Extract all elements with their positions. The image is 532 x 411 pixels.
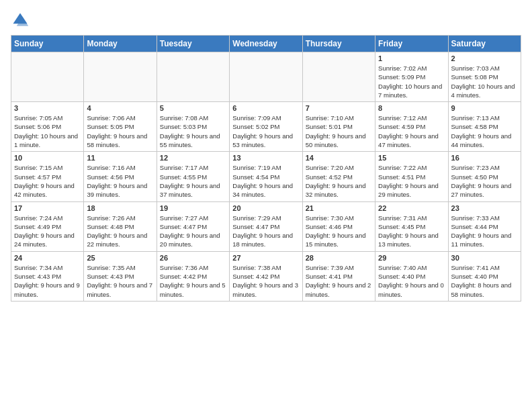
calendar-cell: 11Sunrise: 7:16 AM Sunset: 4:56 PM Dayli…	[84, 152, 157, 201]
calendar-cell: 9Sunrise: 7:13 AM Sunset: 4:58 PM Daylig…	[448, 102, 521, 152]
day-info: Sunrise: 7:27 AM Sunset: 4:47 PM Dayligh…	[160, 214, 226, 249]
day-number: 10	[14, 154, 81, 162]
calendar-cell: 16Sunrise: 7:23 AM Sunset: 4:50 PM Dayli…	[448, 152, 521, 201]
day-number: 6	[232, 104, 299, 112]
day-number: 5	[160, 104, 226, 112]
calendar-cell: 15Sunrise: 7:22 AM Sunset: 4:51 PM Dayli…	[375, 152, 448, 201]
day-info: Sunrise: 7:23 AM Sunset: 4:50 PM Dayligh…	[451, 163, 518, 199]
weekday-header: Saturday	[448, 36, 521, 52]
day-number: 24	[14, 254, 81, 262]
calendar-cell: 22Sunrise: 7:31 AM Sunset: 4:45 PM Dayli…	[375, 201, 448, 251]
day-info: Sunrise: 7:24 AM Sunset: 4:49 PM Dayligh…	[14, 214, 81, 249]
day-number: 27	[232, 254, 299, 262]
day-number: 15	[378, 154, 445, 162]
day-info: Sunrise: 7:31 AM Sunset: 4:45 PM Dayligh…	[378, 214, 445, 249]
day-info: Sunrise: 7:13 AM Sunset: 4:58 PM Dayligh…	[451, 113, 518, 149]
calendar-week-row: 24Sunrise: 7:34 AM Sunset: 4:43 PM Dayli…	[11, 251, 521, 301]
calendar-cell: 6Sunrise: 7:09 AM Sunset: 5:02 PM Daylig…	[230, 102, 302, 152]
weekday-header: Wednesday	[230, 36, 302, 52]
calendar-cell: 12Sunrise: 7:17 AM Sunset: 4:55 PM Dayli…	[157, 152, 229, 201]
day-info: Sunrise: 7:12 AM Sunset: 4:59 PM Dayligh…	[378, 113, 445, 149]
day-info: Sunrise: 7:30 AM Sunset: 4:46 PM Dayligh…	[306, 214, 372, 249]
day-number: 14	[306, 154, 372, 162]
calendar-cell: 27Sunrise: 7:38 AM Sunset: 4:42 PM Dayli…	[230, 251, 302, 301]
day-number: 12	[160, 154, 226, 162]
calendar-cell: 19Sunrise: 7:27 AM Sunset: 4:47 PM Dayli…	[157, 201, 229, 251]
day-info: Sunrise: 7:02 AM Sunset: 5:09 PM Dayligh…	[378, 64, 445, 99]
day-info: Sunrise: 7:06 AM Sunset: 5:05 PM Dayligh…	[87, 113, 153, 149]
calendar-cell	[11, 52, 84, 102]
day-number: 16	[451, 154, 518, 162]
day-number: 17	[14, 204, 81, 212]
day-info: Sunrise: 7:05 AM Sunset: 5:06 PM Dayligh…	[14, 113, 81, 149]
header	[11, 11, 521, 30]
day-number: 2	[451, 54, 518, 62]
calendar-week-row: 17Sunrise: 7:24 AM Sunset: 4:49 PM Dayli…	[11, 201, 521, 251]
calendar-cell: 18Sunrise: 7:26 AM Sunset: 4:48 PM Dayli…	[84, 201, 157, 251]
logo-icon	[11, 11, 30, 30]
day-number: 23	[451, 204, 518, 212]
calendar-cell	[230, 52, 302, 102]
day-info: Sunrise: 7:29 AM Sunset: 4:47 PM Dayligh…	[232, 214, 299, 249]
day-info: Sunrise: 7:16 AM Sunset: 4:56 PM Dayligh…	[87, 163, 153, 199]
logo	[11, 11, 32, 30]
day-number: 4	[87, 104, 153, 112]
calendar-cell: 2Sunrise: 7:03 AM Sunset: 5:08 PM Daylig…	[448, 52, 521, 102]
day-info: Sunrise: 7:41 AM Sunset: 4:40 PM Dayligh…	[451, 263, 518, 299]
day-info: Sunrise: 7:15 AM Sunset: 4:57 PM Dayligh…	[14, 163, 81, 199]
calendar-cell: 14Sunrise: 7:20 AM Sunset: 4:52 PM Dayli…	[302, 152, 375, 201]
calendar-cell: 8Sunrise: 7:12 AM Sunset: 4:59 PM Daylig…	[375, 102, 448, 152]
calendar-week-row: 3Sunrise: 7:05 AM Sunset: 5:06 PM Daylig…	[11, 102, 521, 152]
day-info: Sunrise: 7:39 AM Sunset: 4:41 PM Dayligh…	[306, 263, 372, 299]
calendar-cell: 3Sunrise: 7:05 AM Sunset: 5:06 PM Daylig…	[11, 102, 84, 152]
calendar-cell: 7Sunrise: 7:10 AM Sunset: 5:01 PM Daylig…	[302, 102, 375, 152]
day-info: Sunrise: 7:08 AM Sunset: 5:03 PM Dayligh…	[160, 113, 226, 149]
day-info: Sunrise: 7:36 AM Sunset: 4:42 PM Dayligh…	[160, 263, 226, 299]
day-info: Sunrise: 7:09 AM Sunset: 5:02 PM Dayligh…	[232, 113, 299, 149]
calendar-cell: 26Sunrise: 7:36 AM Sunset: 4:42 PM Dayli…	[157, 251, 229, 301]
day-info: Sunrise: 7:34 AM Sunset: 4:43 PM Dayligh…	[14, 263, 81, 299]
day-number: 11	[87, 154, 153, 162]
calendar-cell: 20Sunrise: 7:29 AM Sunset: 4:47 PM Dayli…	[230, 201, 302, 251]
weekday-header: Monday	[84, 36, 157, 52]
day-info: Sunrise: 7:03 AM Sunset: 5:08 PM Dayligh…	[451, 64, 518, 99]
day-info: Sunrise: 7:20 AM Sunset: 4:52 PM Dayligh…	[306, 163, 372, 199]
calendar-cell: 17Sunrise: 7:24 AM Sunset: 4:49 PM Dayli…	[11, 201, 84, 251]
calendar-cell: 25Sunrise: 7:35 AM Sunset: 4:43 PM Dayli…	[84, 251, 157, 301]
day-info: Sunrise: 7:26 AM Sunset: 4:48 PM Dayligh…	[87, 214, 153, 249]
day-number: 19	[160, 204, 226, 212]
day-info: Sunrise: 7:19 AM Sunset: 4:54 PM Dayligh…	[232, 163, 299, 199]
calendar-cell: 23Sunrise: 7:33 AM Sunset: 4:44 PM Dayli…	[448, 201, 521, 251]
day-info: Sunrise: 7:22 AM Sunset: 4:51 PM Dayligh…	[378, 163, 445, 199]
day-info: Sunrise: 7:10 AM Sunset: 5:01 PM Dayligh…	[306, 113, 372, 149]
day-number: 22	[378, 204, 445, 212]
calendar-cell: 5Sunrise: 7:08 AM Sunset: 5:03 PM Daylig…	[157, 102, 229, 152]
day-number: 13	[232, 154, 299, 162]
calendar-cell: 28Sunrise: 7:39 AM Sunset: 4:41 PM Dayli…	[302, 251, 375, 301]
day-number: 8	[378, 104, 445, 112]
weekday-header-row: SundayMondayTuesdayWednesdayThursdayFrid…	[11, 36, 521, 52]
day-info: Sunrise: 7:38 AM Sunset: 4:42 PM Dayligh…	[232, 263, 299, 299]
day-info: Sunrise: 7:35 AM Sunset: 4:43 PM Dayligh…	[87, 263, 153, 299]
calendar-cell: 21Sunrise: 7:30 AM Sunset: 4:46 PM Dayli…	[302, 201, 375, 251]
calendar-cell: 30Sunrise: 7:41 AM Sunset: 4:40 PM Dayli…	[448, 251, 521, 301]
calendar-cell: 10Sunrise: 7:15 AM Sunset: 4:57 PM Dayli…	[11, 152, 84, 201]
weekday-header: Friday	[375, 36, 448, 52]
day-number: 1	[378, 54, 445, 62]
weekday-header: Tuesday	[157, 36, 229, 52]
day-number: 29	[378, 254, 445, 262]
day-number: 21	[306, 204, 372, 212]
calendar-cell	[302, 52, 375, 102]
calendar-cell: 1Sunrise: 7:02 AM Sunset: 5:09 PM Daylig…	[375, 52, 448, 102]
day-number: 3	[14, 104, 81, 112]
day-number: 20	[232, 204, 299, 212]
calendar-cell: 13Sunrise: 7:19 AM Sunset: 4:54 PM Dayli…	[230, 152, 302, 201]
weekday-header: Thursday	[302, 36, 375, 52]
day-info: Sunrise: 7:17 AM Sunset: 4:55 PM Dayligh…	[160, 163, 226, 199]
day-info: Sunrise: 7:33 AM Sunset: 4:44 PM Dayligh…	[451, 214, 518, 249]
day-number: 30	[451, 254, 518, 262]
calendar-week-row: 1Sunrise: 7:02 AM Sunset: 5:09 PM Daylig…	[11, 52, 521, 102]
calendar-cell: 4Sunrise: 7:06 AM Sunset: 5:05 PM Daylig…	[84, 102, 157, 152]
calendar-week-row: 10Sunrise: 7:15 AM Sunset: 4:57 PM Dayli…	[11, 152, 521, 201]
day-number: 7	[306, 104, 372, 112]
